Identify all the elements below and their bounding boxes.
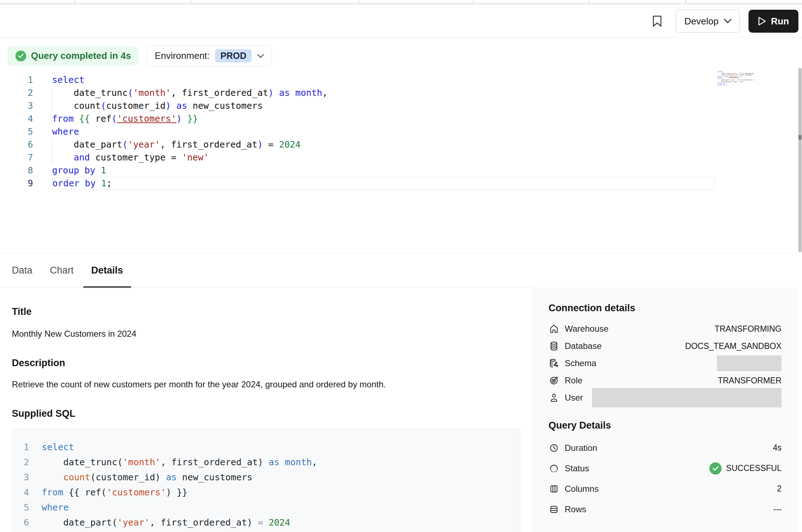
detail-value: --- [773,504,782,514]
detail-label: Rows [565,504,586,514]
success-check-icon [15,51,26,61]
role-icon [549,375,559,386]
detail-value [717,355,782,371]
line-number: 1 [0,74,33,87]
scrollbar-thumb[interactable] [798,68,802,252]
code-line: 5where [12,500,520,515]
code-text: where [42,500,520,515]
columns-icon [549,484,559,494]
run-label: Run [771,16,789,27]
page-scrollbar [798,39,802,532]
develop-dropdown[interactable]: Develop [676,10,740,33]
code-line: 2 date_trunc('month', first_ordered_at) … [12,455,520,470]
detail-row: StatusSUCCESSFUL [549,458,782,479]
details-sidebar: Connection details WarehouseTRANSFORMING… [532,288,802,532]
detail-value [592,388,782,407]
bookmark-icon [652,15,662,27]
code-text: select [52,74,714,87]
detail-value-text: 2 [777,484,782,494]
code-text: select [42,440,520,455]
tab-data[interactable]: Data [12,253,32,288]
detail-row: Columns2 [549,479,782,499]
detail-value-text: --- [773,504,782,514]
rows-icon [549,504,559,514]
description-heading: Description [12,358,520,369]
code-text: and customer_type = 'new' [42,530,520,532]
redacted-value [592,388,782,407]
code-text: from {{ ref('customers') }} [42,485,520,500]
detail-value-text: TRANSFORMER [718,376,782,386]
code-line: 4from {{ ref('customers') }} [0,112,802,125]
line-number: 7 [0,151,33,164]
code-text: date_part('year', first_ordered_at) = 20… [52,138,714,151]
environment-dropdown[interactable]: Environment: PROD [147,46,272,66]
code-line: 3 count(customer_id) as new_customers [0,99,802,112]
line-number: 2 [0,87,33,99]
detail-value: TRANSFORMER [718,376,782,386]
title-heading: Title [12,306,520,317]
detail-value-text: TRANSFORMING [714,324,782,334]
detail-label: Database [565,341,602,351]
line-number: 7 [12,530,29,532]
browser-tab-strip [0,0,802,3]
detail-label: Status [565,463,589,473]
line-number: 8 [0,164,33,177]
line-number: 5 [12,500,29,515]
detail-label: Schema [565,358,596,368]
editor-minimap[interactable]: 1select2 date_trunc('month', first_order… [718,71,755,93]
browser-tab-divider [74,0,75,3]
detail-value-text: 4s [773,443,782,453]
detail-label: User [565,393,583,403]
query-details-heading: Query Details [549,420,782,431]
code-line: 6 date_part('year', first_ordered_at) = … [12,515,520,530]
query-workbench: Develop Run Query completed in 4s Enviro… [0,0,802,532]
run-button[interactable]: Run [749,10,798,33]
detail-value: DOCS_TEAM_SANDBOX [685,341,782,351]
redacted-value [717,355,782,371]
code-line: 4from {{ ref('customers') }} [12,485,520,500]
user-icon [549,393,559,403]
browser-tab-divider [473,0,474,3]
detail-row: Schema [549,355,782,372]
detail-label: Duration [565,443,597,453]
code-line: 1select [12,440,520,455]
query-details-rows: Duration4sStatusSUCCESSFULColumns2Rows--… [549,438,782,519]
line-number: 2 [12,455,29,470]
chevron-down-icon [257,54,264,58]
line-number: 9 [0,177,33,190]
sql-editor[interactable]: 1select2 date_trunc('month', first_order… [0,74,802,194]
code-line: 3 count(customer_id) as new_customers [12,470,520,485]
code-line: 9order by 1; [0,177,802,190]
code-text: group by 1 [52,164,714,177]
environment-value-chip: PROD [215,49,252,62]
bookmark-button[interactable] [649,13,665,29]
supplied-sql-heading: Supplied SQL [12,408,520,419]
code-text: date_trunc('month', first_ordered_at) as… [52,87,714,99]
code-text: date_part('year', first_ordered_at) = 20… [42,515,520,530]
code-text: count(customer_id) as new_customers [52,99,714,112]
code-text: count(customer_id) as new_customers [42,470,520,485]
detail-label: Warehouse [565,324,609,334]
detail-value: 2 [777,484,782,494]
detail-value: TRANSFORMING [714,324,782,334]
database-icon [549,341,559,351]
detail-row: Rows--- [549,499,782,519]
code-text: from {{ ref('customers') }} [52,112,714,125]
query-status-text: Query completed in 4s [31,50,131,61]
browser-tab-divider [190,0,191,3]
connection-details-heading: Connection details [549,303,782,314]
play-icon [758,17,766,26]
connection-details-rows: WarehouseTRANSFORMINGDatabaseDOCS_TEAM_S… [549,320,782,406]
schema-icon [549,358,559,368]
description-value: Retrieve the count of new customers per … [12,379,520,389]
tab-details[interactable]: Details [91,253,123,288]
browser-tab-divider [358,0,359,3]
code-text: order by 1; [718,84,755,86]
supplied-sql-block: 1select2 date_trunc('month', first_order… [12,429,520,532]
code-line: 5where [0,125,802,138]
browser-tab-divider [588,0,589,3]
code-text: where [52,125,714,138]
tab-chart[interactable]: Chart [50,253,74,288]
details-content: Title Monthly New Customers in 2024 Desc… [0,288,532,532]
status-row: Query completed in 4s Environment: PROD [0,38,802,74]
